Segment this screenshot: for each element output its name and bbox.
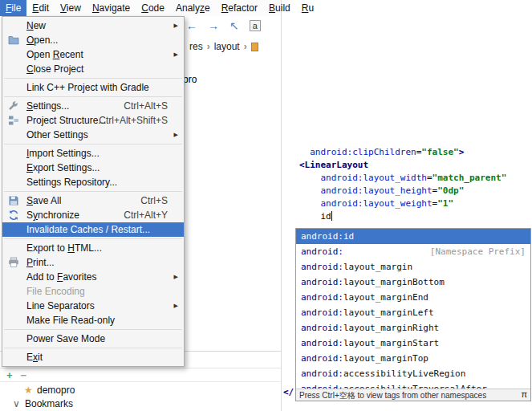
menu-item-make-file-read-only[interactable]: Make File Read-only — [2, 313, 184, 328]
xml-file-icon — [251, 43, 258, 51]
menu-item-power-save-mode[interactable]: Power Save Mode — [2, 332, 184, 346]
code-line[interactable]: <LinearLayout — [299, 159, 368, 171]
menubar-item-file[interactable]: File — [0, 0, 26, 16]
code-segment — [299, 198, 321, 209]
menu-item-close-project[interactable]: Close Project — [2, 62, 184, 76]
folder-icon — [8, 35, 19, 46]
menu-separator — [4, 238, 182, 239]
namespace-prefix: android: — [301, 246, 343, 257]
favorites-row-bookmarks[interactable]: ∨Bookmarks — [0, 397, 281, 410]
main-toolbar: ←→↖a — [186, 18, 261, 33]
menu-item-add-to-favorites[interactable]: Add to Favorites▶ — [2, 270, 184, 284]
code-line[interactable]: android:clipChildren="false"> — [299, 146, 464, 158]
recent-location-icon[interactable]: ↖ — [229, 19, 239, 32]
back-icon[interactable]: ← — [186, 19, 197, 32]
code-line[interactable]: android:layout_width="match_parent" — [299, 172, 506, 184]
menu-item-label: File Encoding — [26, 286, 85, 297]
menubar-item-code[interactable]: Code — [136, 0, 170, 16]
completion-text: layout_marginLeft — [343, 307, 434, 318]
completion-item-android-layout-marginend[interactable]: android:layout_marginEnd — [296, 290, 530, 305]
menu-item-synchronize[interactable]: SynchronizeCtrl+Alt+Y — [2, 208, 184, 222]
menu-shortcut: Ctrl+S — [140, 193, 168, 208]
code-segment: android:clipChildren — [310, 147, 416, 157]
select-in-icon[interactable]: a — [250, 20, 261, 31]
menubar-item-build[interactable]: Build — [263, 0, 296, 16]
menu-separator — [4, 144, 182, 144]
file-menu-dropdown: New▶Open...Open Recent▶Close ProjectLink… — [2, 16, 185, 367]
menubar-item-navigate[interactable]: Navigate — [87, 0, 136, 16]
completion-item-android-accessibilitytraversalafter[interactable]: android:accessibilityTraversalAfter — [296, 381, 530, 389]
menu-item-file-encoding[interactable]: File Encoding — [2, 284, 184, 299]
code-segment: android:layout_weight — [321, 198, 433, 209]
menu-item-settings-repository[interactable]: Settings Repository... — [2, 175, 184, 189]
menu-item-save-all[interactable]: Save AllCtrl+S — [2, 193, 184, 208]
settings-icon — [8, 100, 19, 112]
menu-item-label: Open Recent — [26, 49, 83, 60]
code-segment — [299, 147, 310, 157]
menu-item-link-c-project-with-gradle[interactable]: Link C++ Project with Gradle — [2, 80, 184, 95]
completion-item-android-accessibilityliveregion[interactable]: android:accessibilityLiveRegion — [296, 366, 530, 381]
completion-item-android-layout-marginleft[interactable]: android:layout_marginLeft — [296, 305, 530, 320]
menu-item-other-settings[interactable]: Other Settings▶ — [2, 128, 184, 142]
code-segment — [299, 211, 321, 222]
menu-shortcut: Ctrl+Alt+Shift+S — [99, 113, 168, 128]
code-segment: "0dp" — [437, 185, 464, 196]
project-tree-partial-label: pro — [183, 74, 197, 85]
menu-item-label: Make File Read-only — [26, 315, 115, 326]
completion-item-android-layout-marginright[interactable]: android:layout_marginRight — [296, 320, 530, 336]
code-segment: "match_parent" — [433, 173, 507, 183]
completion-item-android-layout-marginbottom[interactable]: android:layout_marginBottom — [296, 275, 530, 290]
completion-item-android-layout-marginstart[interactable]: android:layout_marginStart — [296, 336, 530, 351]
code-segment: id — [321, 211, 331, 222]
completion-text: accessibilityLiveRegion — [343, 368, 465, 379]
menu-item-project-structure[interactable]: Project Structure...Ctrl+Alt+Shift+S — [2, 113, 184, 128]
completion-item-android-layout-margintop[interactable]: android:layout_marginTop — [296, 351, 530, 366]
editor-gutter-fragment: </ — [283, 387, 294, 397]
namespace-prefix: android: — [301, 262, 343, 272]
namespace-prefix: android: — [301, 353, 343, 364]
code-line[interactable]: android:layout_height="0dp" — [299, 185, 464, 197]
menu-item-label: Settings... — [26, 100, 69, 112]
menu-item-open[interactable]: Open... — [2, 33, 184, 47]
code-segment: = — [427, 173, 433, 183]
code-line[interactable]: android:layout_weight="1" — [299, 197, 453, 210]
chevron-expand-icon: ∨ — [10, 398, 22, 409]
code-line[interactable]: id — [299, 210, 332, 222]
forward-icon[interactable]: → — [208, 19, 219, 32]
favorites-toolbar: +− — [0, 368, 281, 382]
menubar-item-refactor[interactable]: Refactor — [216, 0, 263, 16]
menu-item-settings[interactable]: Settings...Ctrl+Alt+S — [2, 99, 184, 113]
menu-item-export-to-html[interactable]: Export to HTML... — [2, 241, 184, 255]
menu-item-exit[interactable]: Exit — [2, 350, 184, 364]
menu-item-print[interactable]: Print... — [2, 255, 184, 270]
remove-button[interactable]: − — [21, 370, 27, 380]
namespace-prefix: android: — [301, 231, 343, 242]
pi-icon: π — [521, 389, 527, 399]
menu-item-import-settings[interactable]: Import Settings... — [2, 146, 184, 161]
code-segment — [299, 173, 321, 183]
menu-item-new[interactable]: New▶ — [2, 18, 184, 33]
menubar-item-ru[interactable]: Ru — [296, 0, 319, 16]
menu-item-invalidate-caches-restart[interactable]: Invalidate Caches / Restart... — [2, 222, 184, 237]
menu-separator — [4, 96, 182, 97]
completion-item-android[interactable]: android:[Namespace Prefix] — [296, 244, 530, 259]
menu-item-line-separators[interactable]: Line Separators▶ — [2, 299, 184, 313]
menu-item-label: Line Separators — [26, 300, 95, 311]
menu-item-open-recent[interactable]: Open Recent▶ — [2, 47, 184, 62]
menu-item-label: Save All — [26, 195, 61, 206]
menubar-item-view[interactable]: View — [55, 0, 87, 16]
breadcrumb-item-layout[interactable]: layout — [214, 41, 240, 52]
favorites-row-demopro[interactable]: ★demopro — [0, 383, 281, 397]
breadcrumb-item-res[interactable]: res — [189, 41, 203, 52]
menubar-item-edit[interactable]: Edit — [26, 0, 55, 16]
completion-item-android-layout-margin[interactable]: android:layout_margin — [296, 259, 530, 275]
menu-item-label: Export to HTML... — [26, 242, 102, 254]
menubar-item-analyze[interactable]: Analyze — [170, 0, 216, 16]
completion-item-android-id[interactable]: android:id — [296, 229, 530, 244]
add-button[interactable]: + — [6, 370, 13, 380]
menu-item-export-settings[interactable]: Export Settings... — [2, 161, 184, 175]
code-segment: > — [459, 147, 465, 157]
breadcrumb: res›layout› — [189, 41, 258, 52]
menu-item-label: Synchronize — [26, 210, 79, 221]
completion-hint: [Namespace Prefix] — [430, 244, 526, 259]
